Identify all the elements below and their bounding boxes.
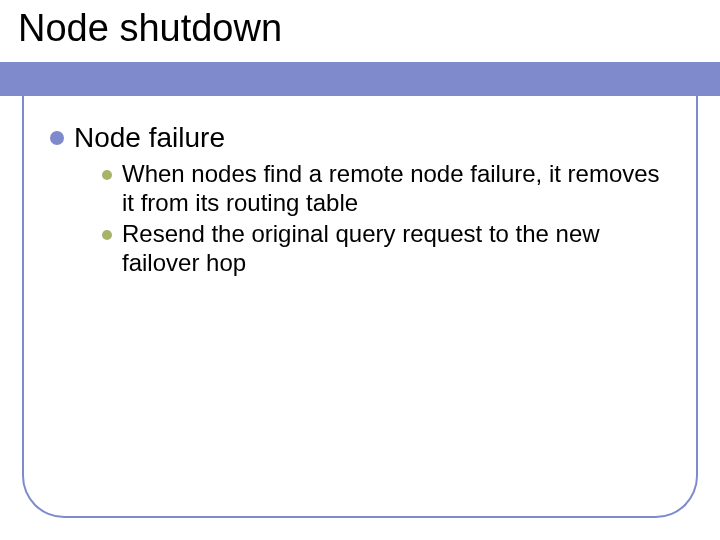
slide-title: Node shutdown — [18, 8, 286, 52]
list-item: Resend the original query request to the… — [102, 220, 680, 278]
bullet-icon — [102, 170, 112, 180]
level2-text: Resend the original query request to the… — [122, 220, 662, 278]
level1-text: Node failure — [74, 122, 225, 154]
bullet-icon — [50, 131, 64, 145]
content-area: Node failure When nodes find a remote no… — [50, 122, 680, 279]
level2-list: When nodes find a remote node failure, i… — [102, 160, 680, 277]
list-item: Node failure — [50, 122, 680, 154]
list-item: When nodes find a remote node failure, i… — [102, 160, 680, 218]
bullet-icon — [102, 230, 112, 240]
level2-text: When nodes find a remote node failure, i… — [122, 160, 662, 218]
slide: Node shutdown Node failure When nodes fi… — [0, 0, 720, 540]
